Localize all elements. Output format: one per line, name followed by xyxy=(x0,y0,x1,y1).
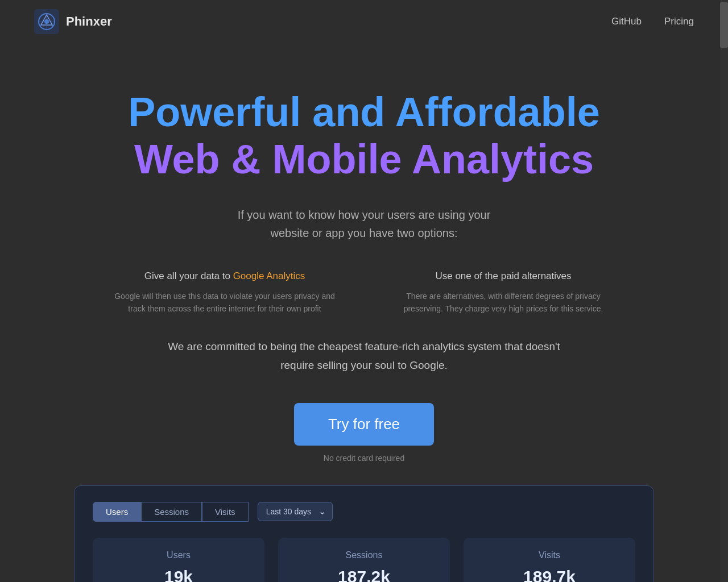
navbar: Phinxer GitHub Pricing xyxy=(0,0,728,43)
panel-tabs-row: Users Sessions Visits Last 30 days Last … xyxy=(93,502,635,522)
scrollbar[interactable] xyxy=(720,0,728,582)
hero-title: Powerful and Affordable Web & Mobile Ana… xyxy=(11,89,717,183)
option-paid-title: Use one of the paid alternatives xyxy=(387,271,620,282)
nav-links: GitHub Pricing xyxy=(611,16,694,27)
analytics-panel: Users Sessions Visits Last 30 days Last … xyxy=(74,485,654,582)
stat-card-visits: Visits 189.7k xyxy=(464,538,635,582)
stat-card-sessions: Sessions 187.2k xyxy=(278,538,450,582)
phinxer-logo-icon xyxy=(34,9,59,34)
github-link[interactable]: GitHub xyxy=(611,16,642,27)
stat-visits-label: Visits xyxy=(477,550,622,560)
hero-section: Powerful and Affordable Web & Mobile Ana… xyxy=(0,43,728,582)
tab-users[interactable]: Users xyxy=(93,502,141,522)
options-row: Give all your data to Google Analytics G… xyxy=(108,271,620,315)
option-google-desc: Google will then use this data to violat… xyxy=(108,290,341,315)
commitment-text: We are committed to being the cheapest f… xyxy=(148,338,580,375)
option-google: Give all your data to Google Analytics G… xyxy=(108,271,341,315)
option-paid-desc: There are alternatives, with different d… xyxy=(387,290,620,315)
scrollbar-thumb[interactable] xyxy=(720,2,728,48)
stat-users-value: 19k xyxy=(106,567,251,582)
date-select-wrapper: Last 30 days Last 7 days Last 90 days xyxy=(249,502,333,521)
tab-sessions[interactable]: Sessions xyxy=(141,502,202,522)
date-range-select[interactable]: Last 30 days Last 7 days Last 90 days xyxy=(258,502,333,521)
option-google-title: Give all your data to Google Analytics xyxy=(108,271,341,282)
pricing-link[interactable]: Pricing xyxy=(664,16,694,27)
brand-name: Phinxer xyxy=(66,14,112,29)
stat-cards: Users 19k Sessions 187.2k Visits 189.7k xyxy=(93,538,635,582)
stat-sessions-value: 187.2k xyxy=(292,567,436,582)
option-paid: Use one of the paid alternatives There a… xyxy=(387,271,620,315)
stat-visits-value: 189.7k xyxy=(477,567,622,582)
try-for-free-button[interactable]: Try for free xyxy=(294,403,434,446)
cta-section: Try for free xyxy=(11,403,717,446)
stat-users-label: Users xyxy=(106,550,251,560)
hero-title-purple: Web & Mobile Analytics xyxy=(134,136,594,182)
stat-card-users: Users 19k xyxy=(93,538,264,582)
tab-visits[interactable]: Visits xyxy=(202,502,249,522)
google-analytics-link: Google Analytics xyxy=(233,271,305,281)
hero-subtitle: If you want to know how your users are u… xyxy=(11,206,717,242)
hero-title-blue: Powerful and Affordable xyxy=(128,89,599,135)
brand: Phinxer xyxy=(34,9,112,34)
no-credit-card-label: No credit card required xyxy=(11,454,717,463)
stat-sessions-label: Sessions xyxy=(292,550,436,560)
